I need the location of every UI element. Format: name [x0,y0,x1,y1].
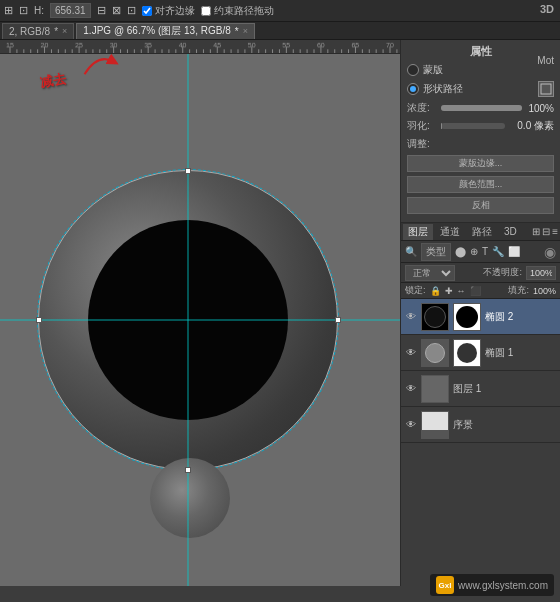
layers-tab-3d[interactable]: 3D [499,225,522,238]
layers-icon-filter-3[interactable]: T [482,246,488,257]
layers-icon-3[interactable]: ≡ [552,226,558,237]
mot-label: Mot [537,55,554,66]
feather-row: 羽化: 0.0 像素 [407,119,554,133]
layers-tab-channels[interactable]: 通道 [435,224,465,240]
main-area: 减去 [0,40,560,586]
layer-thumb-3 [421,411,449,439]
layer-item-1[interactable]: 👁 椭圆 1 [401,335,560,371]
layer-name-0: 椭圆 2 [485,310,556,324]
opacity-input[interactable] [526,266,556,280]
filter-label[interactable]: 类型 [421,243,451,261]
layers-tab-layers[interactable]: 图层 [403,224,433,240]
layer-eye-1[interactable]: 👁 [405,347,417,359]
layers-panel: 图层 通道 路径 3D ⊞ ⊟ ≡ 🔍 类型 ⬤ ⊕ T 🔧 ⬜ ◉ [401,223,560,586]
canvas-bg: 减去 [0,54,400,586]
layer-item-0[interactable]: 👁 椭圆 2 [401,299,560,335]
invert-button-row: 反相 [407,197,554,214]
shape-radius-label: 形状路径 [423,82,534,96]
toolbar-icon-5[interactable]: ⊡ [127,4,136,17]
toolbar-icon-1[interactable]: ⊞ [4,4,13,17]
feather-value: 0.0 像素 [509,119,554,133]
right-panel: 属性 蒙版 形状路径 浓度: 100% [400,40,560,586]
tab-2[interactable]: 1.JPG @ 66.7% (图层 13, RGB/8 * × [76,23,255,39]
density-slider[interactable] [441,105,522,111]
properties-title: 属性 [407,44,554,59]
tab-2-close[interactable]: × [243,26,248,36]
toolbar-icon-4[interactable]: ⊠ [112,4,121,17]
layers-toggle[interactable]: ◉ [544,244,556,260]
layers-toolbar: 🔍 类型 ⬤ ⊕ T 🔧 ⬜ ◉ [401,241,560,263]
shape-radius-radio[interactable] [407,83,419,95]
lock-icon-1[interactable]: 🔒 [430,286,441,296]
layer-eye-0[interactable]: 👁 [405,311,417,323]
filter-search-icon[interactable]: 🔍 [405,246,417,257]
handle-left[interactable] [36,317,42,323]
tab-1-close[interactable]: × [62,26,67,36]
tab-bar: 2, RGB/8 * × 1.JPG @ 66.7% (图层 13, RGB/8… [0,22,560,40]
toolbar-icon-3[interactable]: ⊟ [97,4,106,17]
canvas-area[interactable]: 减去 [0,40,400,586]
density-label: 浓度: [407,101,437,115]
crosshair-vertical [188,54,189,586]
watermark-text: www.gxlsystem.com [458,580,548,591]
watermark-logo: Gxl [436,576,454,594]
blend-opacity-row: 正常 不透明度: [401,263,560,283]
layers-icon-filter-5[interactable]: ⬜ [508,246,520,257]
lock-label: 锁定: [405,284,426,297]
label-3d: 3D [540,3,554,15]
adjust-row: 调整: [407,137,554,151]
layer-name-3: 序景 [453,418,556,432]
layers-tabs: 图层 通道 路径 3D ⊞ ⊟ ≡ [401,223,560,241]
tab-1[interactable]: 2, RGB/8 * × [2,23,74,39]
layers-icon-filter-2[interactable]: ⊕ [470,246,478,257]
layer-eye-2[interactable]: 👁 [405,383,417,395]
layers-icon-2[interactable]: ⊟ [542,226,550,237]
density-row: 浓度: 100% [407,101,554,115]
layer-mask-thumb-1 [453,339,481,367]
shape-icon[interactable] [538,81,554,97]
layer-name-2: 图层 1 [453,382,556,396]
mask-edge-button-row: 蒙版边缘... [407,155,554,172]
opacity-label: 不透明度: [483,266,522,279]
ruler [0,40,400,54]
handle-bottom[interactable] [185,467,191,473]
invert-button[interactable]: 反相 [407,197,554,214]
shape-radius-row: 形状路径 [407,81,554,97]
lock-icon-3[interactable]: ↔ [457,286,466,296]
lock-icon-2[interactable]: ✚ [445,286,453,296]
layers-icon-filter-1[interactable]: ⬤ [455,246,466,257]
toolbar-icon-2[interactable]: ⊡ [19,4,28,17]
layer-item-2[interactable]: 👁 图层 1 [401,371,560,407]
density-value: 100% [526,103,554,114]
adjust-label: 调整: [407,137,430,151]
ruler-canvas [0,40,400,53]
fill-label: 填充: [508,284,529,297]
antialiasing-checkbox[interactable]: 对齐边缘 [142,4,195,18]
layer-item-3[interactable]: 👁 序景 [401,407,560,443]
color-range-button[interactable]: 颜色范围... [407,176,554,193]
feather-label: 羽化: [407,119,437,133]
top-toolbar: ⊞ ⊡ H: 656.31 ⊟ ⊠ ⊡ 对齐边缘 约束路径拖动 3D [0,0,560,22]
layer-thumb-2 [421,375,449,403]
tab-2-suffix: * [235,26,239,37]
mask-edge-button[interactable]: 蒙版边缘... [407,155,554,172]
mask-radio[interactable] [407,64,419,76]
layers-tab-paths[interactable]: 路径 [467,224,497,240]
layers-tabs-icons: ⊞ ⊟ ≡ [532,226,558,237]
lock-fill-row: 锁定: 🔒 ✚ ↔ ⬛ 填充: 100% [401,283,560,299]
mask-label: 蒙版 [423,63,443,77]
path-constraint-checkbox[interactable]: 约束路径拖动 [201,4,274,18]
height-label: H: [34,5,44,16]
lock-icon-4[interactable]: ⬛ [470,286,481,296]
tab-1-label: 2, RGB/8 [9,26,50,37]
blend-mode-select[interactable]: 正常 [405,265,455,281]
mask-row: 蒙版 [407,63,554,77]
layers-icon-1[interactable]: ⊞ [532,226,540,237]
height-value[interactable]: 656.31 [50,3,91,18]
layer-eye-3[interactable]: 👁 [405,419,417,431]
feather-slider[interactable] [441,123,505,129]
handle-right[interactable] [335,317,341,323]
layers-icon-filter-4[interactable]: 🔧 [492,246,504,257]
annotation-arrow-svg [77,46,119,79]
handle-top[interactable] [185,168,191,174]
